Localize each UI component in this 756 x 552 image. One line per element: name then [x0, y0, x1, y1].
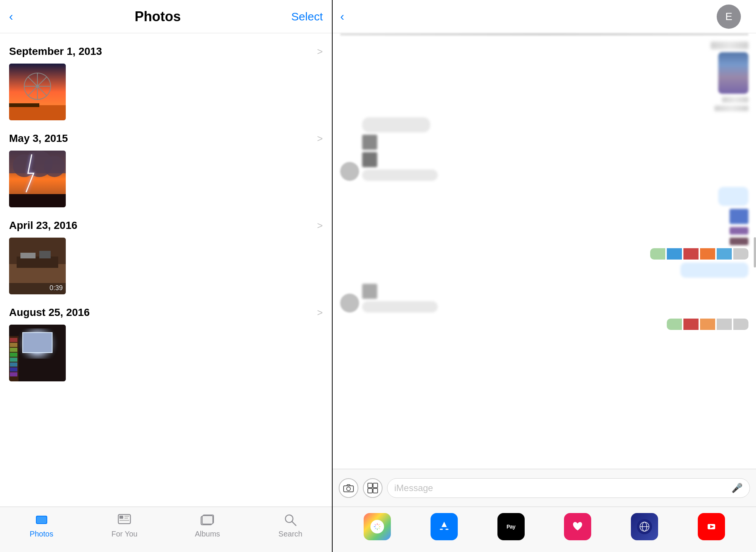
photos-tab-icon [34, 512, 49, 527]
camera-button[interactable] [339, 478, 358, 498]
tab-search[interactable]: Search [249, 512, 332, 538]
applepay-label: Pay [507, 524, 515, 530]
tab-search-label: Search [279, 530, 302, 538]
appstore-icon [367, 483, 378, 493]
dock-applepay-icon[interactable]: Pay [497, 513, 525, 540]
appstore-dock-icon [436, 519, 452, 535]
tab-foryou[interactable]: For You [83, 512, 166, 538]
imessage-input[interactable]: iMessage 🎤 [387, 478, 750, 498]
section-header-2[interactable]: May 3, 2015 > [9, 132, 323, 145]
photo-section-2: May 3, 2015 > [9, 132, 323, 207]
scroll-indicator [754, 237, 756, 267]
messages-header: ‹ E [333, 0, 756, 33]
photos-tabbar: Photos For You [0, 507, 332, 552]
svg-rect-3 [119, 516, 123, 519]
photos-select-button[interactable]: Select [291, 10, 323, 23]
photos-icon [34, 513, 49, 527]
foryou-tab-icon [117, 512, 132, 527]
photos-title: Photos [135, 9, 181, 25]
section-chevron-1: > [317, 46, 323, 58]
color-strip-1 [650, 248, 748, 260]
svg-rect-4 [124, 516, 129, 517]
photo-section-1: September 1, 2013 > [9, 45, 323, 120]
albums-icon [200, 513, 215, 527]
imessage-placeholder: iMessage [394, 483, 433, 493]
svg-rect-14 [368, 483, 372, 488]
section-date-1: September 1, 2013 [9, 45, 102, 58]
section-chevron-2: > [317, 133, 323, 145]
photos-content: September 1, 2013 > May 3, 2015 > April … [0, 33, 332, 507]
photo-thumb-1[interactable] [9, 64, 66, 120]
search-tab-icon [283, 512, 298, 527]
svg-rect-15 [373, 483, 378, 488]
svg-rect-17 [373, 488, 378, 493]
globe-icon [637, 519, 652, 534]
section-chevron-3: > [317, 220, 323, 232]
tab-albums-label: Albums [195, 530, 220, 538]
tab-albums[interactable]: Albums [166, 512, 249, 538]
photo-thumb-3[interactable]: 0:39 [9, 238, 66, 294]
section-date-4: August 25, 2016 [9, 306, 90, 319]
appstore-button[interactable] [363, 478, 383, 498]
dock-heart-icon[interactable] [564, 513, 591, 540]
foryou-icon [117, 513, 132, 527]
mic-button[interactable]: 🎤 [731, 483, 743, 493]
section-header-3[interactable]: April 23, 2016 > [9, 219, 323, 232]
svg-rect-5 [124, 518, 128, 519]
video-duration-label: 0:39 [50, 284, 63, 292]
dock-photos-icon[interactable] [364, 513, 391, 540]
svg-rect-6 [119, 520, 129, 521]
photos-back-button[interactable]: ‹ [9, 9, 24, 23]
section-date-2: May 3, 2015 [9, 132, 68, 145]
svg-rect-1 [37, 516, 46, 523]
heart-icon [570, 519, 585, 534]
section-header-4[interactable]: August 25, 2016 > [9, 306, 323, 319]
dock-globe-icon[interactable] [631, 513, 658, 540]
youtube-icon [704, 519, 719, 534]
section-header-1[interactable]: September 1, 2013 > [9, 45, 323, 58]
photo-thumb-4[interactable] [9, 325, 66, 381]
avatar-letter: E [725, 11, 733, 23]
albums-tab-icon [200, 512, 215, 527]
dock-youtube-icon[interactable] [698, 513, 725, 540]
photos-header: ‹ Photos Select [0, 0, 332, 33]
messages-dock: Pay [333, 507, 756, 552]
svg-point-13 [347, 487, 350, 491]
svg-line-11 [292, 521, 296, 526]
messages-content [333, 36, 756, 469]
photo-section-4: August 25, 2016 > [9, 306, 323, 381]
svg-point-19 [375, 525, 379, 529]
svg-rect-9 [202, 516, 213, 524]
svg-rect-16 [368, 488, 372, 493]
messages-avatar[interactable]: E [717, 5, 741, 29]
messages-input-bar: iMessage 🎤 [333, 469, 756, 507]
color-strip-2 [667, 319, 748, 330]
dock-appstore-icon[interactable] [431, 513, 458, 540]
search-icon [283, 513, 297, 527]
messages-panel: ‹ E [333, 0, 756, 552]
camera-icon [343, 484, 354, 492]
section-date-3: April 23, 2016 [9, 219, 77, 232]
photo-section-3: April 23, 2016 > 0:39 [9, 219, 323, 294]
tab-foryou-label: For You [112, 530, 138, 538]
tab-photos[interactable]: Photos [0, 512, 83, 538]
photos-multicolor-icon [370, 519, 385, 534]
messages-back-button[interactable]: ‹ [340, 9, 344, 23]
photo-thumb-2[interactable] [9, 151, 66, 207]
section-chevron-4: > [317, 307, 323, 319]
tab-photos-label: Photos [30, 530, 53, 538]
photos-panel: ‹ Photos Select September 1, 2013 > May … [0, 0, 333, 552]
